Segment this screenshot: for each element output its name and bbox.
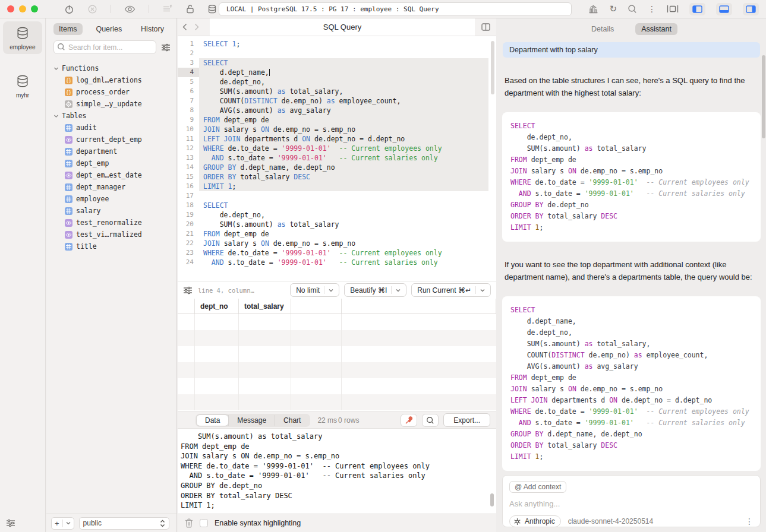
tree-item-current_dept_emp[interactable]: current_dept_emp xyxy=(53,134,174,145)
tree-item-audit[interactable]: audit xyxy=(53,122,174,134)
composer-menu-icon[interactable]: ⋮ xyxy=(745,517,754,526)
panel-tab-assistant[interactable]: Assistant xyxy=(635,23,677,35)
tree-item-process_order[interactable]: {}process_order xyxy=(53,86,174,98)
minimize-window-button[interactable] xyxy=(19,5,26,12)
close-window-button[interactable] xyxy=(7,5,14,12)
toggle-left-panel-icon[interactable] xyxy=(689,3,705,15)
eye-icon[interactable] xyxy=(124,5,135,14)
connection-title[interactable]: LOCAL | PostgreSQL 17.5 : PG 17 : employ… xyxy=(219,2,572,16)
table-row[interactable] xyxy=(178,378,496,394)
table-row[interactable] xyxy=(178,314,496,330)
tree-item-salary[interactable]: salary xyxy=(53,205,174,217)
search-icon[interactable] xyxy=(628,4,637,14)
power-icon[interactable] xyxy=(64,4,74,14)
editor-line-6[interactable]: 6 SUM(s.amount) as total_salary, xyxy=(178,87,496,96)
editor-line-10[interactable]: 10JOIN salary s ON de.emp_no = s.emp_no xyxy=(178,125,496,134)
editor-line-19[interactable]: 19 de.dept_no, xyxy=(178,210,496,220)
editor-line-12[interactable]: 12WHERE de.to_date = '9999-01-01' -- Cur… xyxy=(178,144,496,153)
editor-line-5[interactable]: 5 de.dept_no, xyxy=(178,77,496,87)
tree-item-log_dml-erations[interactable]: {}log_dml…erations xyxy=(53,74,174,86)
tree-item-test_vi-rmalized[interactable]: test_vi…rmalized xyxy=(53,229,174,240)
table-row[interactable] xyxy=(178,330,496,346)
filter-icon[interactable] xyxy=(6,519,15,527)
add-item-button[interactable]: + xyxy=(51,517,74,530)
add-context-chip[interactable]: @ Add context xyxy=(509,481,566,493)
beautify-button[interactable]: Beautify ⌘I xyxy=(344,283,406,297)
tree-item-test_renormalize[interactable]: test_renormalize xyxy=(53,217,174,229)
ask-input[interactable]: Ask anything... xyxy=(509,499,754,508)
editor-settings-icon[interactable] xyxy=(183,286,193,294)
editor-line-4[interactable]: 4 d.dept_name, xyxy=(178,68,496,77)
editor-line-22[interactable]: 22JOIN salary s ON de.emp_no = s.emp_no xyxy=(178,239,496,248)
sidebar-tab-queries[interactable]: Queries xyxy=(90,23,127,35)
editor-line-2[interactable]: 2 xyxy=(178,49,496,58)
export-button[interactable]: Export... xyxy=(443,413,490,427)
tree-item-dept_emp[interactable]: dept_emp xyxy=(53,157,174,169)
results-tab-data[interactable]: Data xyxy=(197,415,228,426)
tree-item-simple_-y_update[interactable]: simple_…y_update xyxy=(53,98,174,110)
editor-line-3[interactable]: 3SELECT xyxy=(178,58,496,68)
search-input[interactable] xyxy=(53,40,156,54)
table-row[interactable] xyxy=(178,394,496,410)
forward-icon[interactable] xyxy=(194,23,199,31)
refresh-icon[interactable]: ↻ xyxy=(609,5,617,14)
assistant-composer[interactable]: @ Add context Ask anything... Anthropic … xyxy=(502,475,761,527)
more-icon[interactable]: ⋮ xyxy=(648,5,656,13)
editor-line-15[interactable]: 15ORDER BY total_salary DESC xyxy=(178,172,496,182)
assistant-code-1[interactable]: SELECT de.dept_no, SUM(s.amount) as tota… xyxy=(502,112,761,242)
syntax-highlight-checkbox[interactable] xyxy=(200,519,208,527)
editor-line-16[interactable]: 16LIMIT 1; xyxy=(178,182,496,191)
column-header-total-salary[interactable]: total_salary xyxy=(239,299,291,314)
provider-pill[interactable]: Anthropic xyxy=(509,515,561,527)
sidebar-tab-items[interactable]: Items xyxy=(53,23,83,35)
filter-icon[interactable] xyxy=(161,43,171,52)
tree-item-department[interactable]: department xyxy=(53,145,174,157)
column-header-dept-no[interactable]: dept_no xyxy=(195,299,239,314)
results-tab-message[interactable]: Message xyxy=(228,415,275,426)
tree-item-employee[interactable]: employee xyxy=(53,193,174,205)
table-row[interactable] xyxy=(178,346,496,362)
results-grid[interactable]: dept_no total_salary xyxy=(178,299,496,411)
toggle-bottom-panel-icon[interactable] xyxy=(716,3,732,15)
editor-line-20[interactable]: 20 SUM(s.amount) as total_salary xyxy=(178,220,496,229)
conversation-title-banner[interactable]: Department with top salary xyxy=(503,42,760,58)
tree-item-dept_em-est_date[interactable]: dept_em…est_date xyxy=(53,169,174,181)
database-icon[interactable] xyxy=(207,4,217,14)
tree-section-tables[interactable]: Tables xyxy=(53,110,174,122)
editor-line-11[interactable]: 11LEFT JOIN departments d ON de.dept_no … xyxy=(178,134,496,144)
editor-line-7[interactable]: 7 COUNT(DISTINCT de.emp_no) as employee_… xyxy=(178,96,496,106)
split-view-icon[interactable] xyxy=(475,18,496,36)
run-current-button[interactable]: Run Current ⌘↵ xyxy=(411,283,491,297)
row-limit-button[interactable]: No limit xyxy=(290,283,339,297)
results-tab-chart[interactable]: Chart xyxy=(275,415,309,426)
sidebar-tab-history[interactable]: History xyxy=(135,23,169,35)
trash-icon[interactable] xyxy=(185,518,193,528)
editor-line-1[interactable]: 1SELECT 1; xyxy=(178,39,496,49)
editor-line-9[interactable]: 9FROM dept_emp de xyxy=(178,115,496,125)
back-icon[interactable] xyxy=(182,23,187,31)
assistant-code-2[interactable]: SELECT d.dept_name, de.dept_no, SUM(s.am… xyxy=(502,296,761,471)
editor-line-18[interactable]: 18SELECT xyxy=(178,201,496,210)
editor-line-24[interactable]: 24 AND s.to_date = '9999-01-01' -- Curre… xyxy=(178,258,496,267)
toggle-right-panel-icon[interactable] xyxy=(743,3,759,15)
editor-line-13[interactable]: 13 AND s.to_date = '9999-01-01' -- Curre… xyxy=(178,153,496,163)
editor-line-8[interactable]: 8 AVG(s.amount) as avg_salary xyxy=(178,106,496,115)
connection-myhr[interactable]: myhr xyxy=(3,69,42,102)
pin-button[interactable] xyxy=(401,414,417,427)
assistant-scrollbar[interactable] xyxy=(762,55,765,138)
editor-line-14[interactable]: 14GROUP BY d.dept_name, de.dept_no xyxy=(178,163,496,172)
zoom-window-button[interactable] xyxy=(31,5,38,12)
tree-item-title[interactable]: title xyxy=(53,240,174,252)
editor-scrollbar[interactable] xyxy=(491,41,494,94)
connection-employee[interactable]: employee xyxy=(3,21,42,54)
sql-editor[interactable]: 1SELECT 1;23SELECT4 d.dept_name,5 de.dep… xyxy=(178,36,496,281)
query-preview[interactable]: SUM(s.amount) as total_salaryFROM dept_e… xyxy=(178,428,496,514)
panel-tab-details[interactable]: Details xyxy=(585,23,620,35)
search-results-button[interactable] xyxy=(422,414,439,427)
schema-select[interactable]: public xyxy=(79,517,169,530)
chart-icon[interactable] xyxy=(588,5,598,14)
tree-item-dept_manager[interactable]: dept_manager xyxy=(53,181,174,193)
editor-line-17[interactable]: 17 xyxy=(178,191,496,201)
editor-line-23[interactable]: 23WHERE de.to_date = '9999-01-01' -- Cur… xyxy=(178,248,496,258)
editor-line-21[interactable]: 21FROM dept_emp de xyxy=(178,229,496,239)
